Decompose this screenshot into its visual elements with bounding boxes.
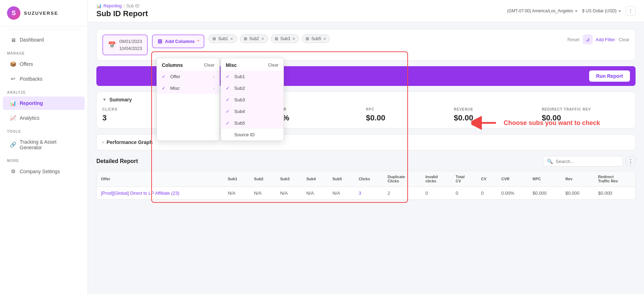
cell-offer[interactable]: [Prod][Global] Direct to LP Affiliate (2… [97,187,224,200]
cell-sub4: N/A [302,187,328,200]
date-range-text: 09/01/2023 10/04/2023 [119,38,142,52]
cell-redirect-traffic-rev: $0.000 [594,187,635,200]
monitor-icon: 🖥 [10,37,16,43]
annotation-text: Choose subs you want to check [504,119,600,127]
clear-button[interactable]: Clear [619,37,630,42]
sidebar-item-label: Dashboard [20,37,44,43]
misc-item-sub5[interactable]: ✓ Sub5 [221,117,283,129]
sidebar: S SUZUVERSE 🖥 Dashboard MANAGE 📦 Offers … [0,0,88,294]
currency-selector[interactable]: $ US Dollar (USD) ▼ [582,8,621,13]
filter-bar: 📅 09/01/2023 10/04/2023 ⊞ Add Columns * … [96,29,636,61]
sidebar-divider [6,29,82,30]
sidebar-item-postbacks[interactable]: ↩ Postbacks [3,72,85,86]
breadcrumb-reporting[interactable]: Reporting [103,4,122,8]
reset-button[interactable]: Reset [567,37,579,42]
tag-grid-icon: ⊞ [212,36,216,41]
date-range-picker[interactable]: 📅 09/01/2023 10/04/2023 [102,35,148,55]
performance-graph-title: Performance Graph [107,139,153,145]
cell-rev: $0.000 [561,187,594,200]
run-report-button[interactable]: Run Report [589,70,630,82]
timezone-selector[interactable]: (GMT-07:00) America/Los_Angeles ▼ [507,8,578,13]
columns-item-misc[interactable]: ✓ Misc › [157,82,219,94]
misc-item-label: Source ID [234,132,255,137]
th-sub3: Sub3 [276,171,302,187]
tag-label: Sub1 [218,36,228,41]
add-columns-button[interactable]: ⊞ Add Columns * [152,35,204,48]
misc-dropdown: Misc Clear ✓ Sub1 ✓ Sub2 ✓ Sub3 [221,58,284,141]
check-icon: ✓ [226,109,231,114]
check-icon: ✓ [226,86,231,91]
th-redirect-traffic-rev: RedirectTraffic Rev [594,171,635,187]
cell-rpc: $0.000 [528,187,561,200]
stat-rpc-value: $0.00 [366,113,454,123]
tag-grid-icon: ⊞ [306,36,309,41]
arrow-icon: › [213,74,215,79]
annotation-container: Choose subs you want to check [471,114,600,132]
th-cv: CV [477,171,497,187]
columns-item-label: Offer [170,74,180,79]
sidebar-item-analytics[interactable]: 📈 Analytics [3,111,85,125]
search-input[interactable] [556,159,619,164]
page-title: Sub ID Report [96,9,148,18]
sidebar-item-reporting[interactable]: 📊 Reporting [3,96,85,110]
columns-dropdown-container: Columns Clear ✓ Offer › ✓ Misc › [157,58,284,141]
tag-label: Sub5 [311,36,321,41]
topbar-left: 📊 Reporting / Sub ID Sub ID Report [96,4,148,18]
sidebar-item-label: Analytics [20,115,39,121]
add-filter-button[interactable]: ⊿ Add Filter [583,35,615,44]
stat-redirect-rev-label: REDIRECT TRAFFIC REV [542,107,630,111]
th-invalid-clicks: Invalidclicks [421,171,452,187]
search-box: 🔍 [543,156,623,167]
column-tag-sub1: ⊞ Sub1 × [209,35,237,43]
topbar-more-button[interactable]: ⋮ [626,6,636,16]
th-cvr: CVR [497,171,528,187]
columns-clear-button[interactable]: Clear [204,63,215,68]
th-duplicate-clicks: DuplicateClicks [383,171,421,187]
postbacks-icon: ↩ [10,76,16,82]
table-options-button[interactable]: ⋮ [626,156,636,166]
tag-remove-sub3[interactable]: × [292,36,295,41]
sidebar-item-company-settings[interactable]: ⚙ Company Settings [3,165,85,178]
tag-label: Sub3 [280,36,290,41]
misc-item-sub1[interactable]: ✓ Sub1 [221,71,283,82]
columns-dropdown-header: Columns Clear [157,58,219,71]
stat-cvr-value: 0% [278,113,366,123]
check-icon: ✓ [162,86,167,91]
tag-remove-sub5[interactable]: × [323,36,326,41]
add-filter-label: Add Filter [595,37,615,42]
offers-icon: 📦 [10,61,16,67]
tag-grid-icon: ⊞ [275,36,278,41]
columns-item-label: Misc [170,86,180,91]
misc-item-sub4[interactable]: ✓ Sub4 [221,106,283,117]
reporting-icon: 📊 [10,100,16,106]
misc-item-label: Sub1 [234,74,245,79]
tag-label: Sub2 [249,36,259,41]
detailed-report-header: Detailed Report 🔍 ⋮ [96,156,636,167]
sidebar-item-offers[interactable]: 📦 Offers [3,57,85,71]
columns-dropdown-title: Columns [162,62,183,68]
cell-duplicate-clicks: 2 [383,187,421,200]
add-columns-label: Add Columns [165,39,195,44]
detailed-report-table: Offer Sub1 Sub2 Sub3 Sub4 Sub5 Clicks Du… [97,171,635,200]
th-rev: Rev [561,171,594,187]
tag-remove-sub2[interactable]: × [261,36,264,41]
sidebar-item-label: Company Settings [20,169,60,174]
misc-dropdown-title: Misc [226,62,237,68]
sidebar-item-label: Offers [20,61,33,67]
sidebar-item-tracking[interactable]: 🔗 Tracking & AssetGenerator [3,136,85,154]
stat-cvr: CVR 0% [278,107,366,123]
th-sub1: Sub1 [224,171,250,187]
misc-item-source-id[interactable]: ✓ Source ID [221,129,283,140]
misc-item-sub3[interactable]: ✓ Sub3 [221,94,283,106]
stat-revenue-label: REVENUE [454,107,542,111]
filter-right-actions: Reset ⊿ Add Filter Clear [567,35,630,44]
columns-item-offer[interactable]: ✓ Offer › [157,71,219,82]
misc-clear-button[interactable]: Clear [268,63,279,68]
sidebar-item-dashboard[interactable]: 🖥 Dashboard [3,33,85,46]
required-dot: * [198,39,199,43]
tag-remove-sub1[interactable]: × [230,36,233,41]
misc-item-sub2[interactable]: ✓ Sub2 [221,82,283,94]
add-columns-icon: ⊞ [158,38,162,45]
misc-dropdown-header: Misc Clear [221,58,283,71]
sidebar-section-manage: MANAGE [0,47,88,57]
